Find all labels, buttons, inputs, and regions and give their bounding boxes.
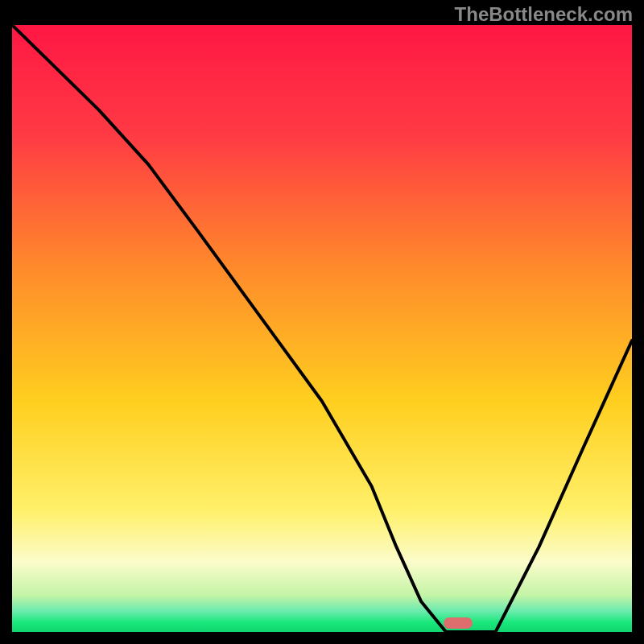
optimum-marker [444, 617, 473, 629]
plot-area [12, 25, 632, 632]
attribution-text: TheBottleneck.com [455, 3, 633, 26]
bottleneck-chart [12, 25, 632, 632]
